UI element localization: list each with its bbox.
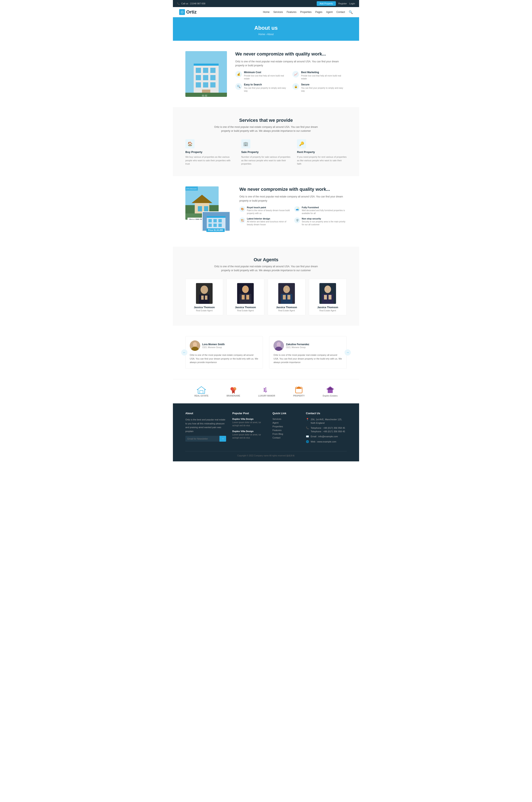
property-promo: 37% Discount Price $89,000 Price $1,53,0… (185, 186, 347, 236)
testimonial-card-2: Zakuline Fernandez CEO, Momere Group Ort… (269, 336, 347, 369)
services-grid: 🏠 Buy Property We buy various of propert… (185, 139, 347, 166)
svg-rect-54 (328, 295, 331, 300)
agent-name-4: Jassica Thomson (311, 306, 344, 309)
testi-name-1: Lora Momen Smith (202, 343, 225, 346)
quicklink-contact[interactable]: Contact (272, 436, 300, 439)
promo-intro: Ortiz is one of the most popular real es… (240, 195, 347, 203)
agent-card-2: Jassica Thomson Real Estate Agent (227, 279, 264, 315)
interior-title: Latest Interior design (247, 217, 292, 220)
quicklink-services[interactable]: Services (272, 418, 300, 420)
footer-quicklink-col: Quick Link Services Agent Properties Fea… (272, 412, 300, 445)
breadcrumb: Home › About (177, 33, 355, 36)
best-marketing-icon: 📈 (292, 71, 299, 77)
quicklink-agent[interactable]: Agent (272, 421, 300, 424)
svg-marker-66 (232, 390, 235, 394)
feature-best-marketing-desc: Privide low cost that help all more buil… (301, 74, 347, 80)
hero-banner: About us Home › About (173, 17, 359, 41)
testi-avatar-1 (190, 340, 200, 351)
search-icon[interactable]: 🔍 (349, 10, 353, 14)
navbar: ⬡ Ortiz Home Services Features Propertie… (173, 7, 359, 17)
popular-post-title-2[interactable]: Duplex Villa Design (232, 430, 266, 433)
nav-services[interactable]: Services (273, 11, 283, 14)
agent-avatar-3 (278, 283, 295, 304)
breadcrumb-current: About (267, 33, 273, 36)
breadcrumb-home[interactable]: Home (258, 33, 265, 36)
feature-minimum-cost: 💰 Minimum Cost Privide low cost that hel… (235, 71, 289, 80)
partner-duplex: Duplex Estates (323, 385, 338, 397)
quicklink-features[interactable]: Features (272, 429, 300, 432)
nav-home[interactable]: Home (263, 11, 269, 14)
rent-property-title: Rent Property (297, 151, 347, 154)
feature-easy-search-title: Easy to Search (244, 83, 289, 86)
svg-rect-3 (196, 68, 201, 73)
quicklink-fromblog[interactable]: From Blog (272, 433, 300, 435)
nav-agent[interactable]: Agent (326, 11, 332, 14)
testimonial-next-button[interactable]: → (345, 349, 351, 356)
quicklink-properties[interactable]: Properties (272, 425, 300, 428)
logo-icon: ⬡ (179, 9, 185, 15)
svg-rect-11 (210, 82, 215, 88)
agent-name-2: Jassica Thomson (229, 306, 262, 309)
logo: ⬡ Ortiz (179, 9, 196, 15)
newsletter-input[interactable] (185, 436, 220, 442)
nav-contact[interactable]: Contact (337, 11, 345, 14)
agents-heading: Our Agents (185, 257, 347, 263)
feature-easy-search-text: Easy to Search You can find your propert… (244, 83, 289, 93)
promo-images: 37% Discount Price $89,000 Price $1,53,0… (185, 186, 231, 236)
footer-contact-heading: Contact Us (306, 412, 347, 415)
nav-features[interactable]: Features (287, 11, 296, 14)
nav-properties[interactable]: Properties (300, 11, 312, 14)
svg-rect-43 (246, 295, 249, 300)
testi-avatar-2 (273, 340, 284, 351)
sale-property-title: Sale Property (241, 151, 291, 154)
register-link[interactable]: Register (338, 2, 347, 5)
footer: About Ortiz is the best and popular real… (173, 403, 359, 461)
feature-best-marketing-text: Best Marketing Privide low cost that hel… (301, 71, 347, 80)
promo-section: 37% Discount Price $89,000 Price $1,53,0… (173, 176, 359, 247)
svg-rect-27 (207, 216, 226, 218)
nav-pages[interactable]: Pages (315, 11, 322, 14)
paint-desc: Paint is the miron of beauty dream house… (247, 209, 292, 215)
partner-brandname-name: BRANDNAME (227, 395, 240, 397)
popular-post-2: Duplex Villa Design Lorem ipsum dolor si… (232, 430, 266, 439)
furnished-title: Fully Furnished (302, 206, 347, 209)
svg-rect-47 (283, 295, 286, 300)
svg-rect-28 (208, 219, 212, 222)
popular-post-title-1[interactable]: Duplex Villa Design (232, 418, 266, 420)
rent-property-desc: If you need property for rent various of… (297, 155, 347, 166)
svg-rect-29 (213, 219, 217, 222)
testimonial-prev-button[interactable]: ← (181, 349, 187, 356)
secure-icon: 🔒 (292, 83, 299, 90)
buy-property-title: Buy Property (185, 151, 235, 154)
promo-features: 🎨 Royel touch paint Paint is the miron o… (240, 206, 347, 226)
furnished-desc: Well decorated and fully furnished prope… (302, 209, 347, 215)
svg-rect-20 (204, 206, 208, 211)
agent-title-3: Real Estate Agent (270, 309, 303, 312)
footer-web: 🌐 Web : www.example.com (306, 440, 347, 443)
newsletter-submit-button[interactable]: → (220, 436, 226, 442)
about-intro: Ortiz is one of the most popular real es… (235, 60, 347, 68)
svg-rect-32 (213, 224, 217, 227)
svg-rect-31 (208, 224, 212, 227)
svg-point-40 (242, 286, 249, 293)
feature-easy-search-desc: You can find your property to simply and… (244, 87, 289, 93)
login-link[interactable]: Login (349, 2, 355, 5)
promo-heading: We never compromize with quality work... (240, 186, 347, 192)
agent-title-1: Real Estate Agent (188, 309, 221, 312)
nav-links: Home Services Features Properties Pages … (263, 10, 353, 14)
svg-text:01  02: 01 02 (202, 95, 207, 97)
furnished-icon: 🛋️ (294, 206, 300, 212)
promo-price-tag-2: Price $1,53,000 (206, 228, 225, 232)
add-property-button[interactable]: Add Property (317, 1, 336, 6)
svg-rect-6 (196, 75, 201, 80)
service-rent: 🔑 Rent Property If you need property for… (297, 139, 347, 166)
svg-rect-5 (210, 68, 215, 73)
sale-property-icon: 🏢 (241, 139, 250, 148)
testimonials-inner: ← Lora Momen Smith CEO, Momere Group Ort… (185, 336, 347, 369)
footer-phone-text-1: Telephone : +88 (017) 356 958 45Telephon… (311, 426, 345, 433)
testi-header-1: Lora Momen Smith CEO, Momere Group (190, 340, 259, 351)
logo-text: Ortiz (186, 9, 196, 15)
footer-about-text: Ortiz is the best and popular real estat… (185, 418, 226, 433)
agent-name-1: Jassica Thomson (188, 306, 221, 309)
promo-feature-security: 🛡️ Non stop security Security in our pro… (294, 217, 347, 226)
